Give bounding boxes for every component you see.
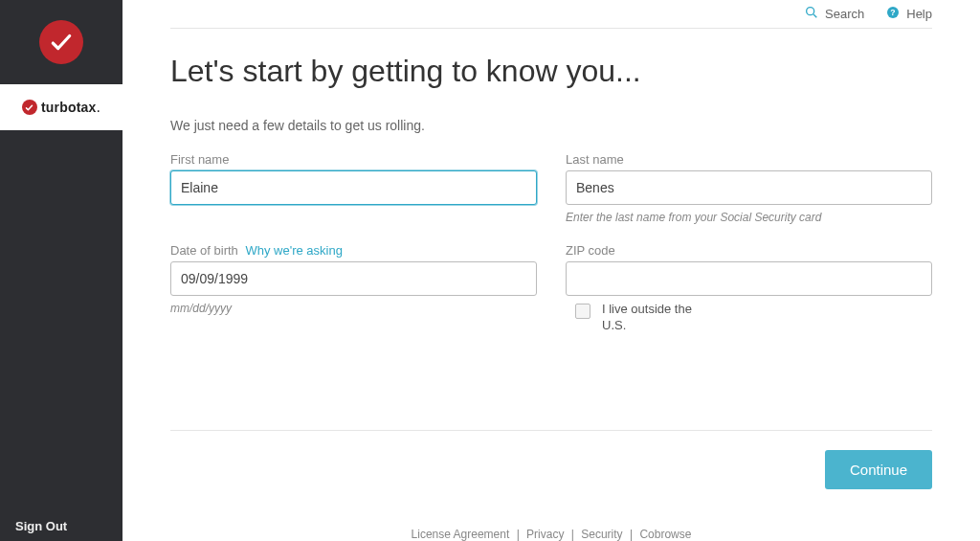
last-name-label: Last name (566, 152, 932, 167)
zip-label: ZIP code (566, 243, 932, 258)
footer-sep: | (571, 528, 574, 541)
brand-period: . (97, 99, 100, 116)
footer-license-link[interactable]: License Agreement (412, 528, 510, 541)
svg-text:?: ? (891, 8, 896, 17)
sidebar: turbotax. Sign Out (0, 0, 122, 541)
first-name-field: First name (170, 152, 537, 224)
page-heading: Let's start by getting to know you... (170, 54, 932, 89)
dob-info-link[interactable]: Why we're asking (245, 243, 342, 258)
dob-label-text: Date of birth (170, 243, 238, 258)
outside-us-row: I live outside the U.S. (566, 302, 932, 334)
topbar: Search ? Help (170, 0, 932, 29)
dob-input[interactable] (170, 261, 537, 296)
footer-cobrowse-link[interactable]: Cobrowse (639, 528, 691, 541)
first-name-input[interactable] (170, 170, 537, 205)
help-icon: ? (885, 5, 901, 23)
svg-point-0 (807, 8, 814, 15)
continue-button[interactable]: Continue (825, 450, 932, 489)
footer-privacy-link[interactable]: Privacy (526, 528, 564, 541)
search-label: Search (825, 7, 864, 21)
sign-out-link[interactable]: Sign Out (15, 519, 67, 533)
footer-security-link[interactable]: Security (581, 528, 622, 541)
search-link[interactable]: Search (804, 5, 864, 23)
dob-label: Date of birth Why we're asking (170, 243, 537, 258)
first-name-label: First name (170, 152, 537, 167)
content-area: Let's start by getting to know you... We… (170, 29, 932, 541)
footer-sep: | (517, 528, 520, 541)
help-label: Help (906, 7, 932, 21)
help-link[interactable]: ? Help (885, 5, 932, 23)
checkmark-icon (22, 100, 37, 115)
search-icon (804, 5, 819, 23)
last-name-input[interactable] (566, 170, 932, 205)
brand-panel[interactable]: turbotax. (0, 84, 122, 130)
brand-name: turbotax (41, 100, 97, 115)
zip-input[interactable] (566, 261, 932, 296)
dob-field: Date of birth Why we're asking mm/dd/yyy… (170, 243, 537, 334)
form-grid: First name Last name Enter the last name… (170, 152, 932, 334)
footer-sep: | (630, 528, 633, 541)
footer: License Agreement | Privacy | Security |… (170, 528, 932, 541)
last-name-field: Last name Enter the last name from your … (566, 152, 932, 224)
actions-row: Continue (170, 431, 932, 489)
main-content: Search ? Help Let's start by getting to … (122, 0, 980, 541)
app-logo-area (0, 0, 122, 84)
outside-us-label: I live outside the U.S. (602, 302, 717, 334)
dob-hint: mm/dd/yyyy (170, 302, 537, 315)
page-subtitle: We just need a few details to get us rol… (170, 118, 932, 133)
svg-line-1 (813, 14, 816, 17)
zip-field: ZIP code I live outside the U.S. (566, 243, 932, 334)
last-name-hint: Enter the last name from your Social Sec… (566, 211, 932, 224)
app-logo-icon (39, 20, 83, 64)
outside-us-checkbox[interactable] (575, 304, 590, 319)
